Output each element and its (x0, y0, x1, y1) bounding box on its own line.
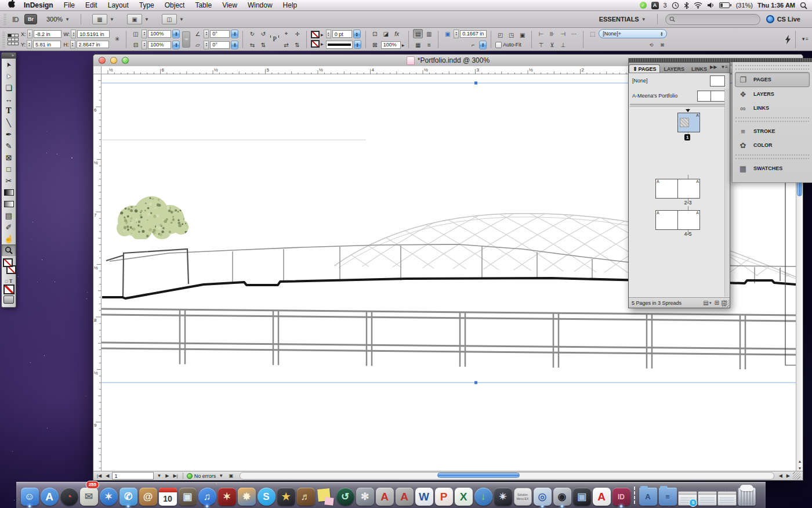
screen-mode-dropdown[interactable]: ▣▼ (124, 13, 153, 25)
scale-x-aqua-stepper[interactable]: ▲▼ (172, 30, 180, 38)
itunes[interactable]: ♫ (197, 482, 217, 506)
search-input[interactable] (677, 16, 749, 23)
zoom-tool[interactable] (2, 244, 16, 256)
bridge-button[interactable]: Br (24, 14, 37, 24)
menu-help[interactable]: Help (278, 1, 303, 9)
panel-menu-icon[interactable]: ▼≡ (720, 64, 728, 70)
menu-view[interactable]: View (217, 1, 242, 9)
word[interactable]: W (414, 482, 434, 506)
page-tool[interactable]: ❏ (2, 82, 16, 93)
tree-image[interactable] (108, 195, 194, 239)
reference-point-proxy[interactable] (8, 34, 17, 45)
rotation-field[interactable]: 0° (210, 30, 230, 38)
auto-fit-checkbox[interactable] (495, 42, 502, 48)
constrain-scale-link-icon[interactable]: ∞ (182, 31, 190, 48)
finder[interactable]: ☺ (20, 482, 39, 506)
page-5-thumbnail[interactable]: A (677, 210, 700, 230)
break-link-style-button[interactable]: ⊠ (657, 40, 667, 49)
stickies[interactable] (316, 482, 335, 506)
align-left-button[interactable]: ⊢ (536, 29, 546, 38)
collapse-panel-icon[interactable]: ▶▶ (710, 64, 717, 70)
width-field[interactable]: 10.5191 in (77, 30, 110, 38)
time-machine[interactable]: ↺ (335, 482, 355, 506)
view-options-dropdown[interactable]: ▦▼ (89, 13, 118, 25)
menu-clock[interactable]: Thu 1:36 AM (757, 2, 795, 9)
fit-frame-to-content-button[interactable]: ◳ (506, 31, 516, 40)
scale-y-aqua-stepper[interactable]: ▲▼ (172, 41, 180, 49)
menu-object[interactable]: Object (160, 1, 190, 9)
hand-tool[interactable]: ☝ (2, 233, 16, 244)
time-machine-icon[interactable] (672, 2, 679, 9)
screen-mode-button[interactable] (2, 294, 16, 305)
camera-window[interactable]: ▣ (572, 482, 592, 506)
preflight-status-text[interactable]: No errors (194, 473, 216, 479)
stroke-weight-aqua-stepper[interactable]: ▲▼ (353, 30, 361, 38)
center-content-button[interactable]: ▣ (517, 31, 527, 40)
align-center-button[interactable]: ⊪ (547, 29, 557, 38)
scissors-tool[interactable]: ✂ (2, 175, 16, 186)
panel-splitter[interactable] (630, 104, 728, 108)
flip-vertical-button[interactable]: ⇅ (258, 40, 268, 49)
master-a-left-thumbnail[interactable] (697, 91, 712, 102)
page-4-thumbnail[interactable]: A (655, 210, 678, 230)
applications-folder[interactable]: A (638, 482, 658, 506)
y-stepper[interactable]: ▲▼ (27, 40, 32, 49)
dashboard[interactable]: ◔ (59, 482, 79, 506)
dock-panel-layers[interactable]: ❖LAYERS (733, 87, 812, 101)
page-3-thumbnail[interactable]: A (677, 179, 700, 199)
trash[interactable] (737, 482, 756, 506)
menu-edit[interactable]: Edit (80, 1, 103, 9)
apply-none-button[interactable] (2, 284, 16, 294)
select-content-button[interactable]: ✛ (292, 29, 302, 38)
page-1-thumbnail[interactable]: A (677, 113, 700, 132)
type-tool[interactable]: T (2, 105, 16, 117)
close-button[interactable] (99, 57, 106, 64)
pen-tool[interactable]: ✒ (2, 128, 16, 140)
constrain-dimensions-icon[interactable]: ✳ (112, 35, 122, 44)
select-next-button[interactable]: ⇅ (292, 40, 302, 49)
rotation-stepper[interactable]: ▲▼ (204, 30, 209, 38)
page-2-thumbnail[interactable]: A (655, 179, 678, 199)
horizontal-scrollbar-thumb[interactable] (437, 473, 520, 478)
spotlight-icon[interactable] (800, 2, 807, 9)
sync-status-icon[interactable]: ✓ (640, 2, 647, 9)
vertical-ruler[interactable]: 6½7½8½9 (93, 74, 102, 472)
align-top-button[interactable]: ⊤ (536, 40, 546, 49)
gradient-feather-tool[interactable] (2, 198, 16, 210)
scroll-left-arrow[interactable]: ◀ (778, 473, 784, 478)
solution-menu-ex[interactable]: Solution Menu EX (513, 482, 532, 506)
fill-swatch-arrow[interactable]: ▶ (321, 42, 324, 46)
minimized-window-1[interactable] (697, 482, 717, 506)
minimized-window-2[interactable] (717, 482, 737, 506)
tools-panel-header[interactable]: » (2, 53, 16, 59)
flip-horizontal-button[interactable]: ⇆ (247, 40, 257, 49)
rotate-90-cw-button[interactable]: ↻ (247, 29, 257, 38)
rotation-aqua-stepper[interactable]: ▲▼ (231, 30, 238, 38)
first-page-button[interactable]: |◀ (96, 473, 103, 478)
spread-2-3-label[interactable]: 2-3 (676, 200, 699, 206)
dock-panel-color[interactable]: ✿COLOR (733, 138, 812, 152)
fill-stroke-swatches[interactable] (2, 257, 16, 277)
ical[interactable]: 10 (158, 482, 177, 506)
drop-shadow-button[interactable]: ⊡ (370, 29, 380, 38)
autocad[interactable]: A (375, 482, 394, 506)
system-preferences[interactable]: ✻ (355, 482, 375, 506)
camera-app[interactable]: ◉ (552, 482, 572, 506)
direct-selection-tool[interactable]: ➤ (2, 70, 16, 82)
scale-x-field[interactable]: 100% (148, 30, 171, 38)
rotate-90-ccw-button[interactable]: ↺ (258, 29, 268, 38)
master-none-thumbnail[interactable] (710, 75, 725, 87)
ctrlbar-grip[interactable] (2, 31, 5, 48)
scale-y-stepper[interactable]: ▲▼ (142, 41, 147, 49)
minimize-button[interactable] (110, 57, 117, 64)
object-style-stepper[interactable]: ▲▼ (658, 30, 665, 38)
stroke-weight-stepper[interactable]: ▲▼ (326, 30, 331, 38)
opacity-arrow[interactable]: ▶ (402, 43, 405, 47)
mail[interactable]: ✉255 (79, 482, 99, 506)
h-stepper[interactable]: ▲▼ (70, 40, 75, 49)
menu-indesign[interactable]: InDesign (19, 1, 59, 9)
transparency-button[interactable]: ◪ (381, 29, 391, 38)
cs-live-button[interactable]: CS Live (766, 15, 800, 23)
new-page-button[interactable]: ⊞ (715, 300, 719, 306)
clear-overrides-button[interactable]: ⟲ (646, 40, 656, 49)
